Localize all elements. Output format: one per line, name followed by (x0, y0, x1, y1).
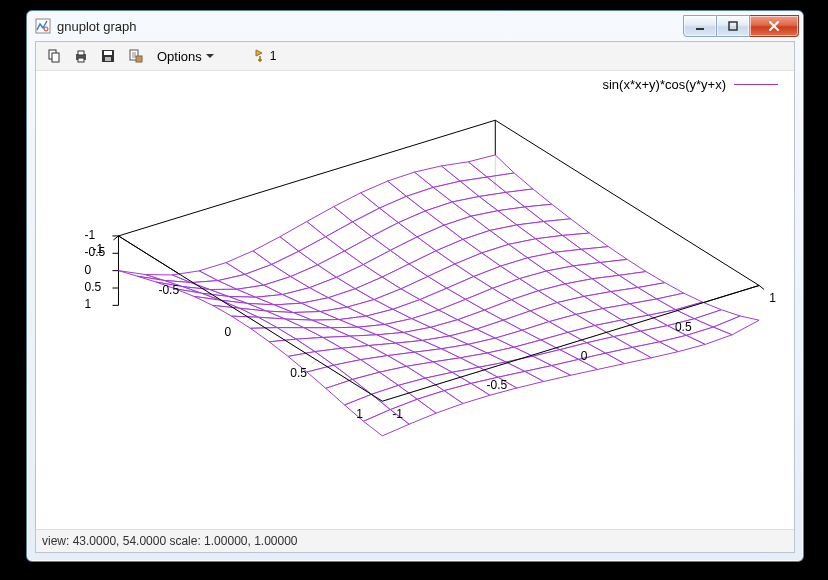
legend-label: sin(x*x+y)*cos(y*y+x) (602, 77, 726, 92)
z-tick: -0.5 (84, 245, 105, 259)
svg-rect-10 (104, 51, 112, 55)
y-tick: 0 (581, 349, 588, 363)
title-bar[interactable]: gnuplot graph (27, 11, 803, 41)
z-tick: 1 (84, 297, 91, 311)
x-tick: -0.5 (158, 283, 179, 297)
print-button[interactable] (69, 44, 93, 68)
chevron-down-icon (206, 54, 214, 58)
z-tick: 0.5 (84, 280, 101, 294)
client-area: Options 1 sin(x*x+y)*cos(y*y+x) -1-0.500… (35, 41, 795, 553)
window-title: gnuplot graph (57, 19, 683, 34)
svg-rect-5 (52, 53, 59, 62)
legend: sin(x*x+y)*cos(y*y+x) (602, 77, 778, 92)
svg-rect-11 (105, 57, 111, 61)
app-window: gnuplot graph (26, 10, 804, 562)
svg-rect-2 (696, 28, 704, 30)
svg-rect-8 (78, 58, 84, 62)
plot-area[interactable]: sin(x*x+y)*cos(y*y+x) -1-0.500.51-1-0.50… (36, 71, 794, 529)
z-tick: -1 (84, 228, 95, 242)
y-tick: -0.5 (487, 378, 508, 392)
x-tick: 0 (224, 325, 231, 339)
svg-line-17 (113, 236, 118, 240)
y-tick: -1 (392, 407, 403, 421)
replot-button[interactable]: 1 (247, 44, 282, 68)
replot-count: 1 (270, 49, 277, 63)
svg-rect-3 (729, 22, 737, 30)
x-tick: 0.5 (290, 366, 307, 380)
legend-swatch (734, 84, 778, 85)
close-button[interactable] (750, 15, 799, 37)
svg-line-26 (759, 285, 764, 289)
svg-rect-0 (36, 19, 50, 33)
options-label: Options (157, 49, 202, 64)
svg-rect-13 (136, 56, 142, 62)
copy-button[interactable] (42, 44, 66, 68)
plot-canvas[interactable] (36, 71, 794, 529)
minimize-button[interactable] (683, 15, 717, 37)
status-bar: view: 43.0000, 54.0000 scale: 1.00000, 1… (36, 529, 794, 552)
settings-button[interactable] (123, 44, 147, 68)
svg-rect-7 (78, 51, 84, 55)
status-text: view: 43.0000, 54.0000 scale: 1.00000, 1… (42, 534, 298, 548)
y-tick: 1 (769, 291, 776, 305)
maximize-button[interactable] (717, 15, 750, 37)
x-tick: 1 (356, 407, 363, 421)
toolbar: Options 1 (36, 42, 794, 71)
app-icon (35, 18, 51, 34)
z-tick: 0 (84, 263, 91, 277)
y-tick: 0.5 (675, 320, 692, 334)
save-button[interactable] (96, 44, 120, 68)
options-menu[interactable]: Options (150, 44, 221, 68)
